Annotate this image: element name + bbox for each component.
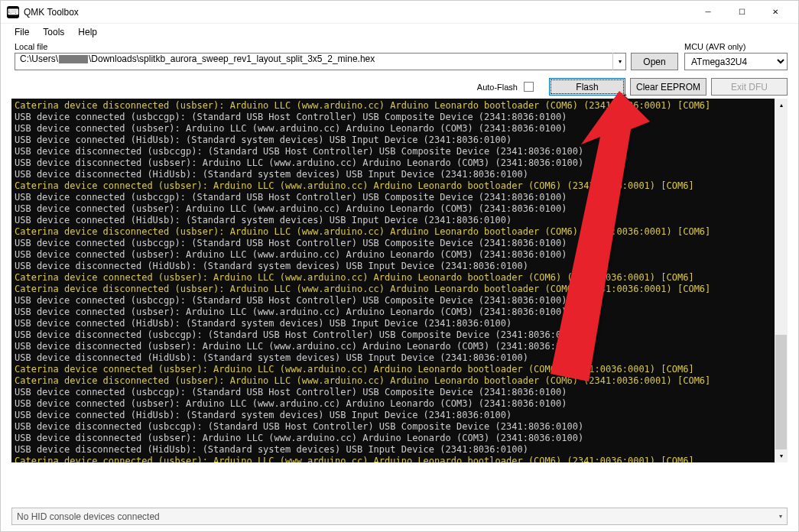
console-line: USB device connected (usbccgp): (Standar… xyxy=(15,112,784,123)
console-line: USB device connected (usbccgp): (Standar… xyxy=(15,295,784,307)
console-line: USB device disconnected (HidUsb): (Stand… xyxy=(15,444,784,456)
maximize-button[interactable]: ☐ xyxy=(725,2,758,23)
console-line: USB device connected (usbser): Arduino L… xyxy=(15,249,784,261)
console-line: USB device connected (usbser): Arduino L… xyxy=(15,203,784,215)
console-line: Caterina device connected (usbser): Ardu… xyxy=(15,180,784,192)
auto-flash-checkbox[interactable] xyxy=(524,82,534,92)
exit-dfu-button[interactable]: Exit DFU xyxy=(711,78,788,96)
console-line: USB device connected (usbccgp): (Standar… xyxy=(15,238,784,249)
titlebar: ⌨ QMK Toolbox ─ ☐ ✕ xyxy=(1,1,798,24)
menu-tools[interactable]: Tools xyxy=(37,25,70,39)
file-path-dropdown-icon[interactable]: ▾ xyxy=(612,53,626,70)
console-line: USB device disconnected (usbccgp): (Stan… xyxy=(15,329,784,341)
file-path-input[interactable]: C:\Users\\Downloads\splitkb_aurora_sweep… xyxy=(15,53,626,70)
app-window: ⌨ QMK Toolbox ─ ☐ ✕ File Tools Help Loca… xyxy=(0,0,799,532)
console-line: Caterina device disconnected (usbser): A… xyxy=(15,100,784,112)
console-line: USB device connected (HidUsb): (Standard… xyxy=(15,318,784,329)
console-line: Caterina device connected (usbser): Ardu… xyxy=(15,456,784,462)
scroll-track[interactable] xyxy=(775,112,788,449)
redacted-username xyxy=(59,55,88,63)
mcu-select[interactable]: ATmega32U4 xyxy=(684,53,788,70)
console-line: Caterina device disconnected (usbser): A… xyxy=(15,375,784,387)
console-line: USB device connected (usbser): Arduino L… xyxy=(15,123,784,135)
console-line: USB device disconnected (usbser): Arduin… xyxy=(15,157,784,169)
clear-eeprom-button[interactable]: Clear EEPROM xyxy=(630,78,706,96)
action-row: Auto-Flash Flash Clear EEPROM Exit DFU xyxy=(1,73,798,99)
status-bar[interactable]: No HID console devices connected ▾ xyxy=(11,508,788,525)
console-line: USB device connected (HidUsb): (Standard… xyxy=(15,135,784,146)
console-line: USB device disconnected (HidUsb): (Stand… xyxy=(15,169,784,180)
console-line: Caterina device disconnected (usbser): A… xyxy=(15,226,784,238)
auto-flash-label: Auto-Flash xyxy=(477,83,518,92)
flash-button[interactable]: Flash xyxy=(549,78,625,96)
console-line: USB device connected (HidUsb): (Standard… xyxy=(15,215,784,226)
console-line: USB device connected (usbccgp): (Standar… xyxy=(15,192,784,203)
console-area: ↖ Caterina device disconnected (usbser):… xyxy=(11,99,788,503)
console-line: USB device disconnected (usbccgp): (Stan… xyxy=(15,146,784,157)
window-title: QMK Toolbox xyxy=(24,7,691,18)
console-line: USB device disconnected (HidUsb): (Stand… xyxy=(15,261,784,272)
open-button[interactable]: Open xyxy=(631,53,678,70)
menu-help[interactable]: Help xyxy=(72,25,103,39)
window-controls: ─ ☐ ✕ xyxy=(691,2,792,23)
console-line: Caterina device disconnected (usbser): A… xyxy=(15,284,784,295)
console-output[interactable]: Caterina device disconnected (usbser): A… xyxy=(11,99,788,462)
close-button[interactable]: ✕ xyxy=(758,2,792,23)
scroll-down-icon[interactable]: ▾ xyxy=(775,449,788,462)
console-line: USB device connected (usbser): Arduino L… xyxy=(15,307,784,318)
console-line: USB device disconnected (usbser): Arduin… xyxy=(15,433,784,444)
console-line: USB device connected (usbccgp): (Standar… xyxy=(15,387,784,398)
scroll-thumb[interactable] xyxy=(775,335,787,449)
menu-file[interactable]: File xyxy=(8,25,35,39)
console-line: USB device disconnected (usbser): Arduin… xyxy=(15,341,784,352)
mcu-label: MCU (AVR only) xyxy=(684,42,788,51)
console-scrollbar[interactable]: ▴ ▾ xyxy=(775,99,788,462)
console-line: Caterina device connected (usbser): Ardu… xyxy=(15,364,784,375)
console-line: USB device connected (usbser): Arduino L… xyxy=(15,398,784,410)
status-dropdown-icon[interactable]: ▾ xyxy=(779,513,782,520)
local-file-label: Local file xyxy=(15,42,626,51)
app-icon: ⌨ xyxy=(7,6,19,18)
status-text: No HID console devices connected xyxy=(17,511,160,522)
console-line: USB device disconnected (HidUsb): (Stand… xyxy=(15,352,784,364)
scroll-up-icon[interactable]: ▴ xyxy=(775,99,788,112)
console-line: USB device disconnected (usbccgp): (Stan… xyxy=(15,421,784,433)
menubar: File Tools Help xyxy=(1,24,798,41)
minimize-button[interactable]: ─ xyxy=(691,2,725,23)
console-line: USB device connected (HidUsb): (Standard… xyxy=(15,410,784,421)
file-row: Local file C:\Users\\Downloads\splitkb_a… xyxy=(1,41,798,73)
console-line: Caterina device connected (usbser): Ardu… xyxy=(15,272,784,284)
